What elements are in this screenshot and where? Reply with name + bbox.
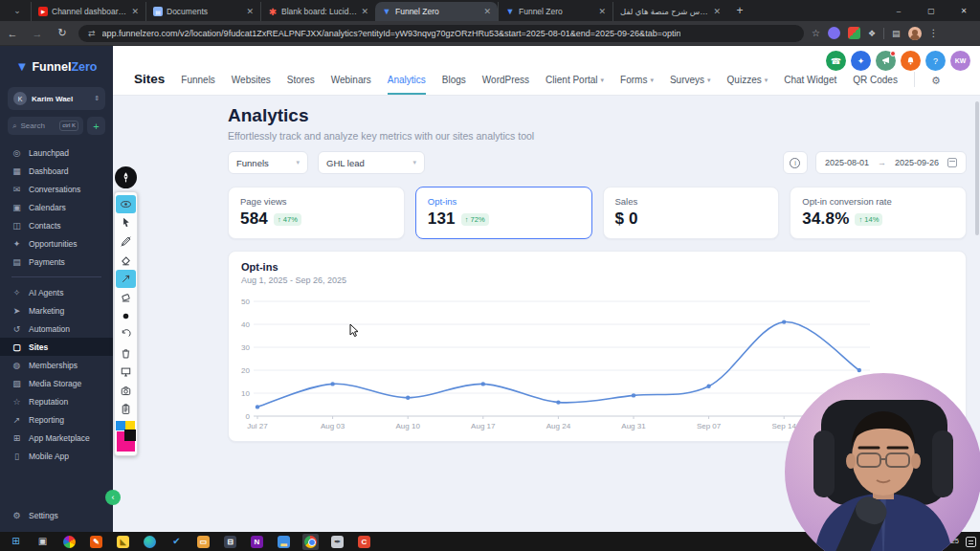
metric-card-opt-in-conversion-rate[interactable]: Opt-in conversion rate34.8%↑ 14% (790, 187, 967, 239)
metric-card-page-views[interactable]: Page views584↑ 47% (228, 187, 405, 239)
browser-tab[interactable]: ▼Funnel Zero✕ (498, 2, 612, 21)
sidebar-item-mobile-app[interactable]: ▯Mobile App (0, 447, 113, 465)
maximize-button[interactable]: ▢ (915, 0, 947, 21)
pen-tool[interactable] (116, 232, 136, 251)
sidebar-item-automation[interactable]: ↺Automation (0, 320, 113, 338)
notification-center-icon[interactable] (966, 537, 976, 547)
sidebar-item-memberships[interactable]: ◍Memberships (0, 356, 113, 374)
help-icon[interactable]: ? (925, 51, 946, 71)
color-swatches[interactable] (116, 421, 136, 453)
tab-surveys[interactable]: Surveys▾ (670, 75, 711, 95)
tab-close-icon[interactable]: ✕ (246, 7, 254, 16)
user-avatar[interactable]: KW (950, 51, 970, 71)
todo-app[interactable]: ✔ (168, 534, 185, 550)
metric-card-sales[interactable]: Sales$ 0 (603, 187, 780, 239)
sidebar-search-input[interactable]: ⌕ Search ctrl K (8, 117, 83, 135)
color-wheel-app[interactable] (61, 534, 78, 550)
tab-chat-widget[interactable]: Chat Widget (784, 75, 836, 95)
browser-tab[interactable]: ▶Channel dashboard - YouTube✕ (31, 2, 145, 21)
clipchamp-app[interactable]: C (356, 534, 372, 550)
edge-browser-app[interactable] (142, 534, 158, 550)
account-switcher[interactable]: K Karim Wael ⇕ (8, 87, 105, 110)
sidebar-item-reputation[interactable]: ☆Reputation (0, 392, 113, 410)
browser-tab[interactable]: ✱Blank board: Lucidspark✕ (260, 2, 375, 21)
cursor-tool[interactable] (116, 213, 136, 231)
extensions-puzzle-icon[interactable]: ❖ (868, 29, 876, 38)
sidebar-item-sites[interactable]: ▢Sites (0, 338, 113, 356)
tab-webinars[interactable]: Webinars (331, 75, 371, 95)
address-bar[interactable]: ⇄ app.funnelzero.com/v2/location/9fudcat… (78, 25, 804, 42)
metric-card-opt-ins[interactable]: Opt-ins131↑ 72% (415, 187, 592, 239)
sidebar-item-conversations[interactable]: ✉Conversations (0, 180, 113, 198)
chrome-browser-app[interactable] (302, 534, 319, 550)
minimize-button[interactable]: – (882, 0, 915, 21)
tab-forms[interactable]: Forms▾ (620, 75, 654, 95)
clipboard-tool[interactable] (116, 400, 136, 418)
tab-close-icon[interactable]: ✕ (713, 7, 721, 16)
sidebar-item-marketing[interactable]: ➤Marketing (0, 301, 113, 320)
browser-menu-icon[interactable]: ⋮ (929, 28, 939, 38)
onenote-app[interactable]: N (249, 534, 265, 550)
visibility-eye-tool[interactable] (116, 195, 136, 213)
sidebar-item-opportunities[interactable]: ✦Opportunities (0, 234, 113, 253)
clear-all-trash-tool[interactable] (116, 344, 136, 363)
sidebar-collapse-button[interactable]: ‹ (105, 490, 121, 505)
tab-analytics[interactable]: Analytics (388, 75, 426, 95)
epic-pen-logo-icon[interactable] (115, 166, 137, 188)
bookmark-star-icon[interactable]: ☆ (812, 28, 820, 38)
sidebar-item-settings[interactable]: ⚙ Settings (0, 506, 113, 524)
tab-blogs[interactable]: Blogs (442, 75, 466, 95)
announcements-icon[interactable] (876, 51, 896, 71)
tab-qr-codes[interactable]: QR Codes (853, 75, 898, 95)
tab-funnels[interactable]: Funnels (181, 75, 215, 95)
tab-quizzes[interactable]: Quizzes▾ (727, 75, 768, 95)
date-range-picker[interactable]: 2025-08-01 → 2025-09-26 (815, 151, 967, 174)
eraser-tool[interactable] (116, 288, 136, 306)
undo-tool[interactable] (116, 325, 136, 343)
sidebar-item-ai-agents[interactable]: ✧AI Agents (0, 283, 113, 301)
new-tab-button[interactable]: + (731, 2, 748, 19)
info-button[interactable]: i (783, 151, 808, 174)
site-info-icon[interactable]: ⇄ (88, 29, 96, 38)
close-button[interactable]: ✕ (947, 0, 980, 21)
page-scrollbar[interactable] (975, 101, 979, 235)
photos-pen-app[interactable]: ✎ (88, 534, 104, 550)
task-view-button[interactable]: ▣ (34, 534, 51, 550)
sidebar-item-media-storage[interactable]: ▨Media Storage (0, 374, 113, 392)
tab-stores[interactable]: Stores (287, 75, 315, 95)
file-explorer-app[interactable]: ▂ (276, 534, 292, 550)
tab-close-icon[interactable]: ✕ (131, 7, 139, 16)
back-icon[interactable]: ← (0, 28, 25, 39)
forward-icon[interactable]: → (25, 28, 50, 39)
sticky-notes-app[interactable]: ◣ (115, 534, 131, 550)
phone-icon[interactable]: ☎ (826, 51, 846, 71)
sidebar-add-button[interactable]: + (87, 117, 105, 135)
arrow-tool[interactable] (116, 270, 136, 288)
tab-close-icon[interactable]: ✕ (598, 7, 606, 16)
browser-tab[interactable]: كورس شرح منصة هاي لفل✕ (612, 2, 727, 21)
black-swatch[interactable] (124, 430, 136, 441)
calculator-app[interactable]: ⊟ (222, 534, 238, 550)
folder-window-app[interactable]: ▭ (195, 534, 212, 550)
highlighter-tool[interactable] (116, 251, 136, 269)
thickness-dot-tool[interactable] (116, 307, 136, 325)
sidebar-item-payments[interactable]: ▤Payments (0, 253, 113, 271)
tab-client-portal[interactable]: Client Portal▾ (546, 75, 604, 95)
browser-tab[interactable]: ▤Documents✕ (145, 2, 260, 21)
quick-actions-icon[interactable]: ✦ (851, 51, 871, 71)
sidebar-item-contacts[interactable]: ◫Contacts (0, 216, 113, 234)
tab-close-icon[interactable]: ✕ (361, 7, 368, 16)
whiteboard-tool[interactable] (116, 363, 136, 381)
reload-icon[interactable]: ↻ (50, 27, 75, 39)
funnel-type-select[interactable]: Funnels ▾ (228, 151, 308, 174)
extension-a-icon[interactable] (828, 27, 840, 39)
tab-search-chevron-icon[interactable]: ⌄ (6, 3, 29, 18)
sidebar-item-dashboard[interactable]: ▦Dashboard (0, 162, 113, 180)
sidebar-item-app-marketplace[interactable]: ⊞App Marketplace (0, 429, 113, 447)
start-button[interactable]: ⊞ (8, 534, 24, 550)
extension-b-icon[interactable] (848, 27, 860, 39)
browser-tab[interactable]: ▼Funnel Zero✕ (375, 2, 498, 21)
sidebar-item-calendars[interactable]: ▣Calendars (0, 198, 113, 216)
sidebar-item-launchpad[interactable]: ◎Launchpad (0, 143, 113, 162)
tab-websites[interactable]: Websites (232, 75, 271, 95)
